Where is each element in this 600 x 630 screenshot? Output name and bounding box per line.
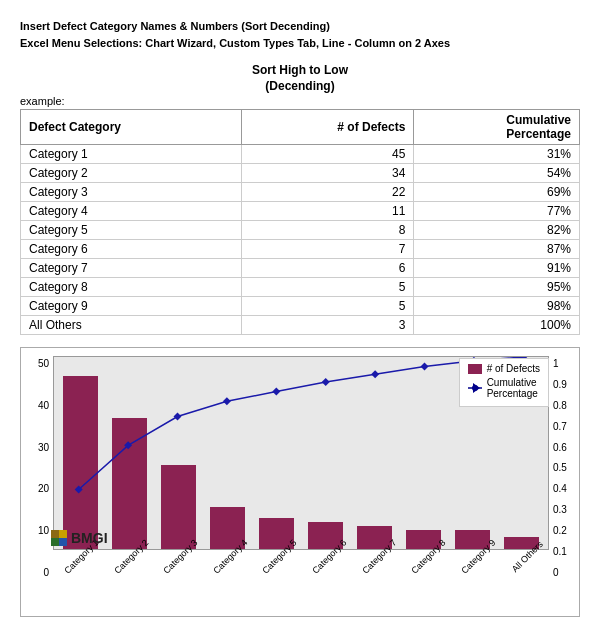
legend-item-bars: # of Defects <box>468 363 540 374</box>
cell-category: All Others <box>21 316 242 335</box>
sort-title-line2: (Decending) <box>20 79 580 93</box>
cell-category: Category 5 <box>21 221 242 240</box>
legend-item-line: CumulativePercentage <box>468 377 540 399</box>
cell-cumulative: 91% <box>414 259 580 278</box>
line-path <box>79 357 524 489</box>
y-left-label: 20 <box>38 483 49 494</box>
table-row: Category 3 22 69% <box>21 183 580 202</box>
cell-defects: 5 <box>242 278 414 297</box>
col-header-cumulative: CumulativePercentage <box>414 110 580 145</box>
cell-category: Category 3 <box>21 183 242 202</box>
svg-point-2 <box>472 385 478 391</box>
cell-category: Category 4 <box>21 202 242 221</box>
cell-defects: 8 <box>242 221 414 240</box>
cell-category: Category 9 <box>21 297 242 316</box>
cell-defects: 5 <box>242 297 414 316</box>
cell-category: Category 1 <box>21 145 242 164</box>
sq4 <box>59 538 67 546</box>
cell-cumulative: 87% <box>414 240 580 259</box>
y-right-label: 0.2 <box>553 525 567 536</box>
y-left-label: 50 <box>38 358 49 369</box>
sort-title-line1: Sort High to Low <box>20 63 580 77</box>
table-row: Category 1 45 31% <box>21 145 580 164</box>
line-point <box>174 413 182 421</box>
cell-cumulative: 31% <box>414 145 580 164</box>
bmgi-squares <box>51 530 67 546</box>
cell-category: Category 6 <box>21 240 242 259</box>
sq3 <box>51 538 59 546</box>
cell-cumulative: 98% <box>414 297 580 316</box>
table-row: Category 9 5 98% <box>21 297 580 316</box>
instruction-line2: Excel Menu Selections: Chart Wizard, Cus… <box>20 35 580 52</box>
y-right-label: 0.7 <box>553 421 567 432</box>
y-right-label: 0.3 <box>553 504 567 515</box>
legend-color-bars <box>468 364 482 374</box>
chart-container: 50403020100 Category 1Category 2Category… <box>20 347 580 617</box>
cell-defects: 45 <box>242 145 414 164</box>
line-point <box>371 370 379 378</box>
y-right-label: 0.8 <box>553 400 567 411</box>
cell-cumulative: 82% <box>414 221 580 240</box>
chart-legend: # of Defects CumulativePercentage <box>459 358 549 407</box>
table-row: Category 2 34 54% <box>21 164 580 183</box>
example-label: example: <box>20 95 580 107</box>
cell-defects: 34 <box>242 164 414 183</box>
cell-cumulative: 95% <box>414 278 580 297</box>
cell-cumulative: 100% <box>414 316 580 335</box>
table-row: Category 8 5 95% <box>21 278 580 297</box>
bmgi-text: BMGI <box>71 530 108 546</box>
table-row: All Others 3 100% <box>21 316 580 335</box>
cell-defects: 11 <box>242 202 414 221</box>
y-left-label: 10 <box>38 525 49 536</box>
y-right-label: 0.5 <box>553 462 567 473</box>
table-row: Category 6 7 87% <box>21 240 580 259</box>
cell-defects: 3 <box>242 316 414 335</box>
col-header-defects: # of Defects <box>242 110 414 145</box>
instruction-line1: Insert Defect Category Names & Numbers (… <box>20 18 580 35</box>
y-left-label: 0 <box>43 567 49 578</box>
cell-cumulative: 54% <box>414 164 580 183</box>
y-left-label: 40 <box>38 400 49 411</box>
y-right-label: 1 <box>553 358 559 369</box>
line-point <box>272 388 280 396</box>
line-point <box>322 378 330 386</box>
cell-defects: 22 <box>242 183 414 202</box>
line-point <box>421 363 429 371</box>
y-axis-left: 50403020100 <box>29 356 53 608</box>
sq2 <box>59 530 67 538</box>
sq1 <box>51 530 59 538</box>
cell-cumulative: 77% <box>414 202 580 221</box>
table-row: Category 5 8 82% <box>21 221 580 240</box>
cell-category: Category 8 <box>21 278 242 297</box>
x-labels: Category 1Category 2Category 3Category 4… <box>53 550 549 608</box>
legend-line-symbol <box>468 383 482 393</box>
cell-category: Category 2 <box>21 164 242 183</box>
y-right-label: 0.4 <box>553 483 567 494</box>
line-point <box>223 397 231 405</box>
table-row: Category 7 6 91% <box>21 259 580 278</box>
table-row: Category 4 11 77% <box>21 202 580 221</box>
defect-table: Defect Category # of Defects CumulativeP… <box>20 109 580 335</box>
cell-cumulative: 69% <box>414 183 580 202</box>
cell-defects: 6 <box>242 259 414 278</box>
cell-category: Category 7 <box>21 259 242 278</box>
legend-label-line: CumulativePercentage <box>487 377 538 399</box>
col-header-category: Defect Category <box>21 110 242 145</box>
legend-label-bars: # of Defects <box>487 363 540 374</box>
y-right-label: 0.9 <box>553 379 567 390</box>
y-right-label: 0.6 <box>553 442 567 453</box>
bmgi-label: BMGI <box>51 530 108 546</box>
instructions-block: Insert Defect Category Names & Numbers (… <box>20 18 580 51</box>
cell-defects: 7 <box>242 240 414 259</box>
y-left-label: 30 <box>38 442 49 453</box>
